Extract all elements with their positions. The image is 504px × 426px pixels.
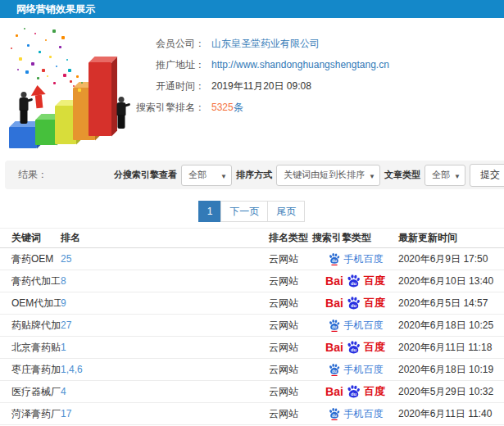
open-time-label: 开通时间：	[136, 79, 205, 93]
baidu-logo-bai: Bai	[325, 341, 343, 354]
confetti-dot	[61, 36, 65, 39]
confetti-dot	[25, 70, 29, 74]
engine-view-select[interactable]: 全部 ▼	[181, 165, 232, 186]
baidu-paw-icon: du	[328, 363, 341, 376]
cell-updated: 2020年6月5日 14:57	[398, 297, 504, 310]
company-label: 会员公司：	[136, 37, 205, 51]
cell-keyword: 膏药代加工	[0, 274, 61, 288]
businessman-figure	[16, 92, 32, 125]
confetti-dot	[17, 69, 19, 70]
article-type-label: 文章类型	[384, 169, 420, 181]
growth-arrow-icon	[30, 84, 48, 109]
results-table: 关键词 排名 排名类型 搜索引擎类型 最新更新时间 膏药OEM25云网站du手机…	[0, 228, 504, 425]
header-rank-type: 排名类型	[269, 231, 312, 245]
baidu-logo-bai: Bai	[325, 297, 343, 310]
confetti-dot	[66, 59, 68, 61]
article-type-selected: 全部	[432, 169, 450, 181]
cell-engine-type: du手机百度	[312, 363, 398, 377]
mobile-baidu-label: 手机百度	[344, 319, 384, 333]
cell-keyword: 北京膏药贴牌	[0, 341, 61, 355]
confetti-dot	[27, 44, 30, 47]
illustration-bar	[9, 127, 37, 148]
svg-text:du: du	[332, 369, 337, 374]
businessman-figure	[113, 97, 129, 136]
sort-select[interactable]: 关键词由短到长排序 ▼	[276, 165, 380, 186]
rank-count-label: 搜索引擎排名：	[136, 101, 205, 115]
cell-keyword: 医疗器械厂家	[0, 385, 61, 399]
filter-controls: 分搜索引擎查看 全部 ▼ 排序方式 关键词由短到长排序 ▼ 文章类型 全部 ▼ …	[114, 161, 504, 189]
baidu-paw-icon: du	[346, 296, 361, 311]
engine-view-label: 分搜索引擎查看	[114, 169, 177, 181]
pagination: 1 下一页 尾页	[0, 201, 504, 222]
header-engine-type: 搜索引擎类型	[312, 231, 398, 245]
next-page-button[interactable]: 下一页	[220, 201, 268, 222]
rank-link[interactable]: 4	[61, 386, 66, 397]
confetti-dot	[24, 28, 25, 29]
cell-engine-type: du手机百度	[312, 407, 398, 421]
rank-link[interactable]: 17	[61, 408, 71, 419]
rank-link[interactable]: 25	[61, 253, 71, 265]
cell-rank: 8	[61, 275, 269, 287]
rank-link[interactable]: 1	[61, 342, 66, 353]
chevron-down-icon: ▼	[369, 173, 375, 180]
cell-rank-type: 云网站	[269, 407, 312, 421]
confetti-dot	[49, 56, 52, 58]
result-label: 结果：	[18, 161, 48, 189]
mobile-baidu-label: 手机百度	[344, 252, 384, 266]
svg-text:du: du	[332, 325, 337, 329]
rank-count-number: 5325	[211, 102, 234, 113]
cell-engine-type: Baidu百度	[312, 274, 398, 289]
table-row: 北京膏药贴牌1云网站Baidu百度2020年6月11日 11:18	[0, 337, 504, 359]
cell-rank: 17	[61, 408, 269, 419]
illustration-bar	[89, 62, 111, 136]
member-info-panel: 会员公司： 山东皇圣堂药业有限公司 推广地址： http://www.shand…	[136, 33, 389, 118]
table-row: 医疗器械厂家4云网站Baidu百度2020年5月29日 10:32	[0, 381, 504, 403]
table-header-row: 关键词 排名 排名类型 搜索引擎类型 最新更新时间	[0, 228, 504, 248]
rank-link[interactable]: 8	[61, 275, 66, 287]
confetti-dot	[19, 57, 22, 61]
confetti-dot	[31, 62, 34, 66]
table-row: 菏泽膏药厂家17云网站du手机百度2020年6月11日 11:40	[0, 403, 504, 425]
baidu-paw-icon: du	[346, 274, 361, 289]
header-rank: 排名	[61, 231, 269, 245]
baidu-paw-icon: du	[328, 252, 341, 265]
page: 网络营销效果展示 会员公司： 山东皇圣堂药业有限公司 推广地址： http://…	[0, 0, 504, 426]
mobile-baidu-label: 手机百度	[344, 363, 384, 377]
baidu-paw-icon: du	[328, 407, 341, 420]
sort-selected: 关键词由短到长排序	[284, 169, 365, 181]
article-type-select[interactable]: 全部 ▼	[425, 165, 465, 186]
last-page-button[interactable]: 尾页	[267, 201, 305, 222]
header-keyword: 关键词	[0, 231, 61, 245]
svg-text:du: du	[351, 347, 356, 352]
company-link[interactable]: 山东皇圣堂药业有限公司	[211, 37, 320, 51]
cell-rank-type: 云网站	[269, 297, 312, 310]
baidu-paw-icon: du	[328, 319, 341, 332]
confetti-dot	[76, 75, 79, 78]
rank-link[interactable]: 27	[61, 320, 71, 331]
confetti-dot	[63, 74, 66, 77]
submit-button[interactable]: 提交	[470, 164, 504, 187]
engine-view-selected: 全部	[188, 169, 207, 181]
table-row: 药贴牌代加工27云网站du手机百度2020年6月18日 10:25	[0, 315, 504, 337]
cell-rank-type: 云网站	[269, 385, 312, 399]
promo-url-link[interactable]: http://www.shandonghuangshengtang.cn	[211, 59, 389, 70]
cell-rank-type: 云网站	[269, 252, 312, 266]
rank-link[interactable]: 1,4,6	[61, 364, 83, 375]
cell-updated: 2020年6月11日 11:40	[398, 407, 504, 421]
cell-rank-type: 云网站	[269, 274, 312, 288]
confetti-dot	[45, 39, 47, 41]
confetti-dot	[47, 75, 48, 77]
table-body: 膏药OEM25云网站du手机百度2020年6月9日 17:50膏药代加工8云网站…	[0, 248, 504, 425]
confetti-dot	[78, 88, 81, 92]
header-updated: 最新更新时间	[398, 231, 504, 245]
confetti-dot	[11, 48, 12, 49]
confetti-dot	[59, 46, 61, 48]
cell-rank-type: 云网站	[269, 341, 312, 355]
cell-rank: 4	[61, 386, 269, 397]
confetti-dot	[42, 69, 45, 72]
cell-updated: 2020年6月18日 10:19	[398, 363, 504, 377]
page-1-button[interactable]: 1	[198, 201, 222, 222]
rank-link[interactable]: 9	[61, 297, 66, 309]
page-title: 网络营销效果展示	[16, 0, 95, 18]
cell-engine-type: Baidu百度	[312, 296, 398, 311]
